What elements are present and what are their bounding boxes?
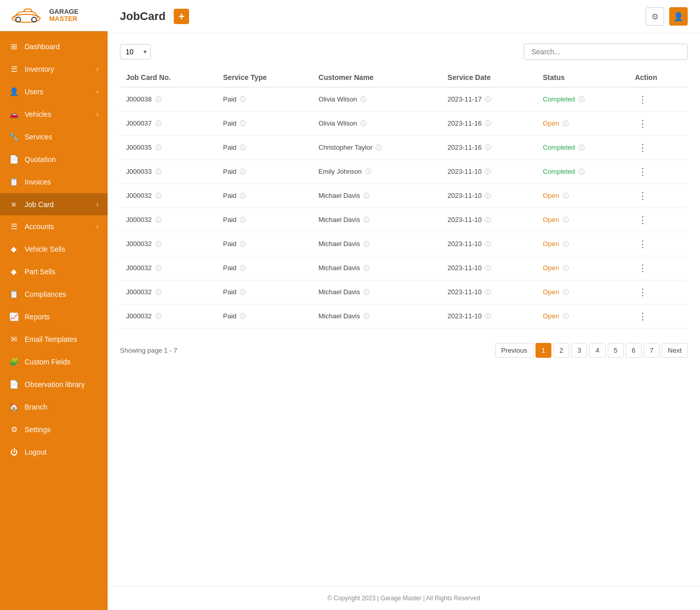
info-icon[interactable]: ⓘ (240, 289, 246, 296)
action-menu-button[interactable]: ⋮ (635, 190, 650, 202)
info-icon[interactable]: ⓘ (485, 144, 491, 151)
page-4-button[interactable]: 4 (589, 343, 605, 358)
add-jobcard-button[interactable]: + (174, 9, 189, 24)
sidebar-item-accounts[interactable]: ☰ Accounts › (0, 215, 108, 238)
info-icon[interactable]: ⓘ (155, 144, 161, 151)
info-icon[interactable]: ⓘ (240, 216, 246, 223)
sidebar-item-vehicle-sells[interactable]: ◆ Vehicle Sells (0, 238, 108, 260)
page-1-button[interactable]: 1 (536, 343, 551, 358)
info-icon[interactable]: ⓘ (485, 96, 491, 103)
info-icon[interactable]: ⓘ (360, 96, 366, 103)
info-icon[interactable]: ⓘ (485, 120, 491, 127)
info-icon[interactable]: ⓘ (363, 240, 369, 248)
info-icon[interactable]: ⓘ (240, 144, 246, 151)
info-icon[interactable]: ⓘ (579, 144, 585, 151)
info-icon[interactable]: ⓘ (155, 96, 161, 103)
info-icon[interactable]: ⓘ (155, 120, 161, 127)
info-icon[interactable]: ⓘ (363, 265, 369, 272)
action-menu-button[interactable]: ⋮ (635, 238, 650, 250)
page-6-button[interactable]: 6 (626, 343, 642, 358)
sidebar-item-custom-fields[interactable]: 🧩 Custom Fields (0, 351, 108, 373)
info-icon[interactable]: ⓘ (579, 96, 585, 103)
info-icon[interactable]: ⓘ (563, 313, 569, 320)
info-icon[interactable]: ⓘ (363, 216, 369, 223)
info-icon[interactable]: ⓘ (485, 289, 491, 296)
action-menu-button[interactable]: ⋮ (635, 262, 650, 274)
info-icon[interactable]: ⓘ (563, 289, 569, 296)
info-icon[interactable]: ⓘ (155, 240, 161, 248)
sidebar-item-invoices[interactable]: 📋 Invoices (0, 171, 108, 193)
info-icon[interactable]: ⓘ (360, 120, 366, 127)
info-icon[interactable]: ⓘ (155, 216, 161, 223)
info-icon[interactable]: ⓘ (365, 168, 372, 175)
page-3-button[interactable]: 3 (571, 343, 587, 358)
info-icon[interactable]: ⓘ (240, 192, 246, 199)
info-icon[interactable]: ⓘ (155, 289, 161, 296)
sidebar-item-services[interactable]: 🔧 Services (0, 126, 108, 148)
sidebar-item-quotation[interactable]: 📄 Quotation (0, 148, 108, 171)
info-icon[interactable]: ⓘ (563, 192, 569, 199)
table-row: J000032 ⓘ Paid ⓘ Michael Davis ⓘ 2023-11… (120, 208, 688, 232)
info-icon[interactable]: ⓘ (240, 168, 246, 175)
action-menu-button[interactable]: ⋮ (635, 214, 650, 226)
settings-button[interactable]: ⚙ (646, 7, 664, 26)
rows-per-page-select[interactable]: 102550100 (120, 44, 151, 59)
info-icon[interactable]: ⓘ (155, 265, 161, 272)
page-2-button[interactable]: 2 (553, 343, 569, 358)
user-profile-button[interactable]: 👤 (669, 7, 688, 26)
info-icon[interactable]: ⓘ (376, 144, 382, 151)
next-page-button[interactable]: Next (662, 343, 688, 358)
info-icon[interactable]: ⓘ (363, 313, 369, 320)
sidebar-item-dashboard[interactable]: ⊞ Dashboard (0, 35, 108, 58)
info-icon[interactable]: ⓘ (240, 96, 246, 103)
action-menu-button[interactable]: ⋮ (635, 93, 650, 106)
rows-per-page-wrapper: 102550100 (120, 44, 151, 59)
sidebar-item-jobcard[interactable]: ≡ Job Card › (0, 193, 108, 215)
info-icon[interactable]: ⓘ (563, 216, 569, 223)
info-icon[interactable]: ⓘ (485, 216, 491, 223)
sidebar-item-logout[interactable]: ⏻ Logout (0, 441, 108, 463)
info-icon[interactable]: ⓘ (563, 120, 569, 127)
action-menu-button[interactable]: ⋮ (635, 166, 650, 178)
sidebar-item-inventory[interactable]: ☰ Inventory › (0, 58, 108, 80)
sidebar-item-users[interactable]: 👤 Users › (0, 80, 108, 103)
info-icon[interactable]: ⓘ (155, 313, 161, 320)
info-icon[interactable]: ⓘ (240, 265, 246, 272)
action-menu-button[interactable]: ⋮ (635, 310, 650, 322)
sidebar-item-label: Vehicle Sells (25, 245, 65, 253)
prev-page-button[interactable]: Previous (495, 343, 533, 358)
sidebar-item-label: Job Card (25, 200, 54, 209)
info-icon[interactable]: ⓘ (485, 168, 491, 175)
info-icon[interactable]: ⓘ (485, 192, 491, 199)
page-5-button[interactable]: 5 (608, 343, 624, 358)
info-icon[interactable]: ⓘ (485, 265, 491, 272)
info-icon[interactable]: ⓘ (363, 192, 369, 199)
logo-garage: GARAGE (49, 8, 78, 15)
info-icon[interactable]: ⓘ (155, 168, 161, 175)
info-icon[interactable]: ⓘ (485, 240, 491, 248)
action-menu-button[interactable]: ⋮ (635, 117, 650, 130)
header-actions: ⚙ 👤 (646, 7, 688, 26)
search-input[interactable] (524, 44, 688, 60)
sidebar-item-branch[interactable]: 🏠 Branch (0, 396, 108, 418)
job-card-no: J000037 ⓘ (120, 112, 217, 136)
info-icon[interactable]: ⓘ (563, 265, 569, 272)
action-menu-button[interactable]: ⋮ (635, 141, 650, 154)
sidebar-item-compliances[interactable]: 📋 Compliances (0, 283, 108, 306)
page-7-button[interactable]: 7 (644, 343, 660, 358)
sidebar-item-settings[interactable]: ⚙ Settings (0, 418, 108, 441)
info-icon[interactable]: ⓘ (240, 240, 246, 248)
action-menu-button[interactable]: ⋮ (635, 286, 650, 298)
sidebar-item-vehicles[interactable]: 🚗 Vehicles › (0, 103, 108, 126)
sidebar-item-reports[interactable]: 📈 Reports (0, 306, 108, 328)
info-icon[interactable]: ⓘ (579, 168, 585, 175)
info-icon[interactable]: ⓘ (485, 313, 491, 320)
sidebar-item-observation-library[interactable]: 📄 Observation library (0, 373, 108, 396)
info-icon[interactable]: ⓘ (240, 313, 246, 320)
info-icon[interactable]: ⓘ (363, 289, 369, 296)
info-icon[interactable]: ⓘ (155, 192, 161, 199)
sidebar-item-email-templates[interactable]: ✉ Email Templates (0, 328, 108, 351)
sidebar-item-part-sells[interactable]: ◆ Part Sells (0, 260, 108, 283)
info-icon[interactable]: ⓘ (563, 240, 569, 248)
info-icon[interactable]: ⓘ (240, 120, 246, 127)
